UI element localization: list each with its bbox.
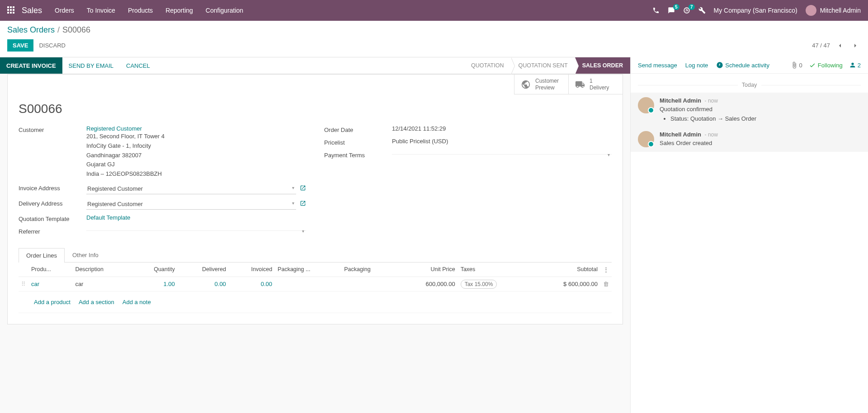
line-delivered[interactable]: 0.00 — [178, 277, 229, 291]
col-invoiced[interactable]: Invoiced — [229, 263, 275, 277]
pager-next[interactable] — [850, 40, 861, 51]
breadcrumb-root[interactable]: Sales Orders — [7, 25, 55, 35]
delivery-count: 1 — [590, 78, 609, 84]
stage-quotation[interactable]: QUOTATION — [464, 57, 511, 74]
message-time: - now — [705, 98, 718, 104]
order-lines-table: Produ... Description Quantity Delivered … — [19, 263, 612, 313]
payment-terms-field[interactable] — [392, 150, 612, 155]
user-menu[interactable]: Mitchell Admin — [806, 5, 861, 16]
delete-line-icon[interactable]: 🗑 — [600, 277, 612, 291]
menu-configuration[interactable]: Configuration — [206, 7, 243, 14]
tab-other-info[interactable]: Other Info — [65, 248, 106, 262]
line-quantity[interactable]: 1.00 — [131, 277, 177, 291]
save-button[interactable]: SAVE — [7, 39, 33, 52]
menu-reporting[interactable]: Reporting — [165, 7, 193, 14]
col-packaging-qty[interactable]: Packaging ... — [275, 263, 341, 277]
menu-orders[interactable]: Orders — [55, 7, 74, 14]
message-content: Quotation confirmed — [660, 106, 861, 113]
messaging-icon[interactable]: 5 — [668, 7, 675, 14]
send-by-email-button[interactable]: SEND BY EMAIL — [62, 57, 120, 74]
preview-l1: Customer — [535, 78, 559, 84]
quotation-template-link[interactable]: Default Template — [86, 214, 130, 221]
avatar-icon — [638, 97, 654, 113]
control-panel: Sales Orders / S00066 SAVE DISCARD 47 / … — [0, 21, 868, 57]
table-row[interactable]: ⠿ car car 1.00 0.00 0.00 600,000.00 Tax … — [19, 277, 612, 291]
external-link-icon[interactable] — [300, 185, 306, 192]
pricelist-value: Public Pricelist (USD) — [392, 138, 612, 145]
col-delivered[interactable]: Delivered — [178, 263, 229, 277]
line-taxes[interactable]: Tax 15.00% — [458, 277, 531, 291]
line-description[interactable]: car — [72, 277, 131, 291]
debug-icon[interactable] — [698, 7, 706, 14]
label-order-date: Order Date — [324, 125, 392, 133]
col-subtotal[interactable]: Subtotal — [531, 263, 600, 277]
followers-button[interactable]: 2 — [849, 61, 861, 69]
col-quantity[interactable]: Quantity — [131, 263, 177, 277]
top-nav: Sales Orders To Invoice Products Reporti… — [0, 0, 868, 21]
message-item[interactable]: Mitchell Admin - now Sales Order created — [631, 127, 868, 152]
create-invoice-button[interactable]: CREATE INVOICE — [0, 57, 62, 74]
line-unit-price[interactable]: 600,000.00 — [397, 277, 458, 291]
stage-quotation-sent[interactable]: QUOTATION SENT — [511, 57, 575, 74]
menu-products[interactable]: Products — [128, 7, 153, 14]
preview-l2: Preview — [535, 84, 559, 91]
customer-link[interactable]: Registered Customer — [86, 125, 142, 132]
stage-sales-order[interactable]: SALES ORDER — [575, 57, 630, 74]
phone-icon[interactable] — [652, 7, 660, 14]
messaging-badge: 5 — [673, 4, 679, 10]
record-title: S00066 — [19, 102, 612, 116]
line-packaging-qty[interactable] — [275, 277, 341, 291]
arrow-right-icon: → — [717, 115, 723, 122]
discard-button[interactable]: DISCARD — [33, 39, 71, 52]
app-brand[interactable]: Sales — [22, 6, 42, 15]
customer-preview-button[interactable]: CustomerPreview — [514, 75, 568, 94]
breadcrumb-current: S00066 — [62, 25, 90, 35]
day-separator: Today — [631, 82, 868, 88]
status-bar: CREATE INVOICE SEND BY EMAIL CANCEL QUOT… — [0, 57, 630, 74]
invoice-address-field[interactable]: Registered Customer — [86, 183, 296, 194]
label-customer: Customer — [19, 125, 86, 133]
main-menu: Orders To Invoice Products Reporting Con… — [55, 7, 243, 14]
breadcrumb-sep: / — [57, 25, 60, 35]
schedule-activity-button[interactable]: Schedule activity — [716, 61, 769, 69]
menu-to-invoice[interactable]: To Invoice — [87, 7, 115, 14]
send-message-button[interactable]: Send message — [638, 62, 677, 69]
label-quotation-template: Quotation Template — [19, 214, 86, 222]
message-item[interactable]: Mitchell Admin - now Quotation confirmed… — [631, 93, 868, 127]
add-note-link[interactable]: Add a note — [123, 299, 151, 305]
stat-button-box: CustomerPreview 1Delivery — [8, 75, 623, 94]
tab-order-lines[interactable]: Order Lines — [19, 248, 65, 263]
external-link-icon[interactable] — [300, 200, 306, 208]
referrer-field[interactable] — [86, 227, 306, 231]
col-options[interactable]: ⋮ — [600, 263, 612, 277]
line-invoiced[interactable]: 0.00 — [229, 277, 275, 291]
drag-handle-icon[interactable]: ⠿ — [19, 277, 28, 291]
cancel-button[interactable]: CANCEL — [120, 57, 156, 74]
pager-prev[interactable] — [835, 40, 845, 51]
log-note-button[interactable]: Log note — [685, 62, 708, 69]
col-unit-price[interactable]: Unit Price — [397, 263, 458, 277]
add-product-link[interactable]: Add a product — [34, 299, 71, 305]
label-invoice-address: Invoice Address — [19, 183, 86, 192]
col-packaging[interactable]: Packaging — [341, 263, 397, 277]
attachments-button[interactable]: 0 — [791, 61, 802, 69]
breadcrumb: Sales Orders / S00066 — [7, 25, 861, 35]
delivery-button[interactable]: 1Delivery — [568, 75, 623, 94]
activities-icon[interactable]: 7 — [683, 7, 690, 14]
activities-badge: 7 — [689, 4, 695, 10]
avatar-icon — [638, 131, 654, 147]
label-referrer: Referrer — [19, 227, 86, 235]
customer-address: 201, Second Floor, IT Tower 4 InfoCity G… — [86, 132, 306, 179]
line-packaging[interactable] — [341, 277, 397, 291]
col-description[interactable]: Description — [72, 263, 131, 277]
apps-icon[interactable] — [7, 6, 15, 14]
following-button[interactable]: Following — [809, 61, 843, 69]
add-section-link[interactable]: Add a section — [79, 299, 114, 305]
user-name: Mitchell Admin — [820, 7, 861, 14]
company-switcher[interactable]: My Company (San Francisco) — [714, 7, 797, 14]
col-product[interactable]: Produ... — [28, 263, 72, 277]
col-taxes[interactable]: Taxes — [458, 263, 531, 277]
line-product[interactable]: car — [28, 277, 72, 291]
delivery-address-field[interactable]: Registered Customer — [86, 199, 296, 210]
chatter: Send message Log note Schedule activity … — [630, 57, 868, 413]
